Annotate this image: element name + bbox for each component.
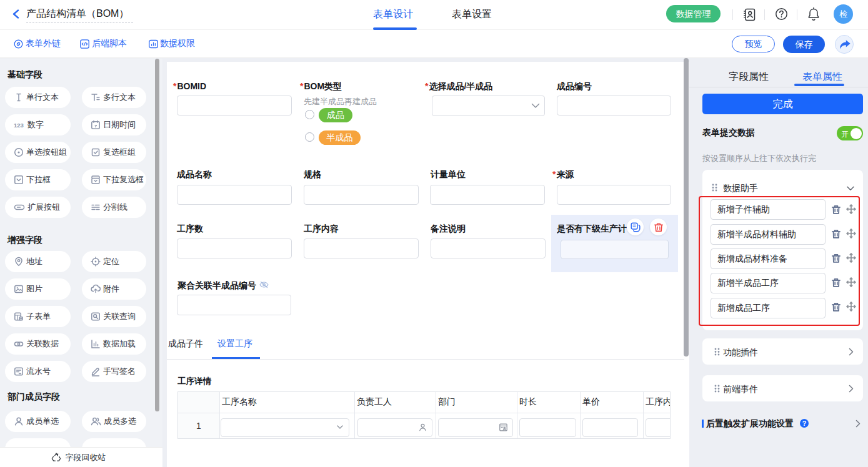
svg-text:123: 123 bbox=[14, 122, 24, 129]
